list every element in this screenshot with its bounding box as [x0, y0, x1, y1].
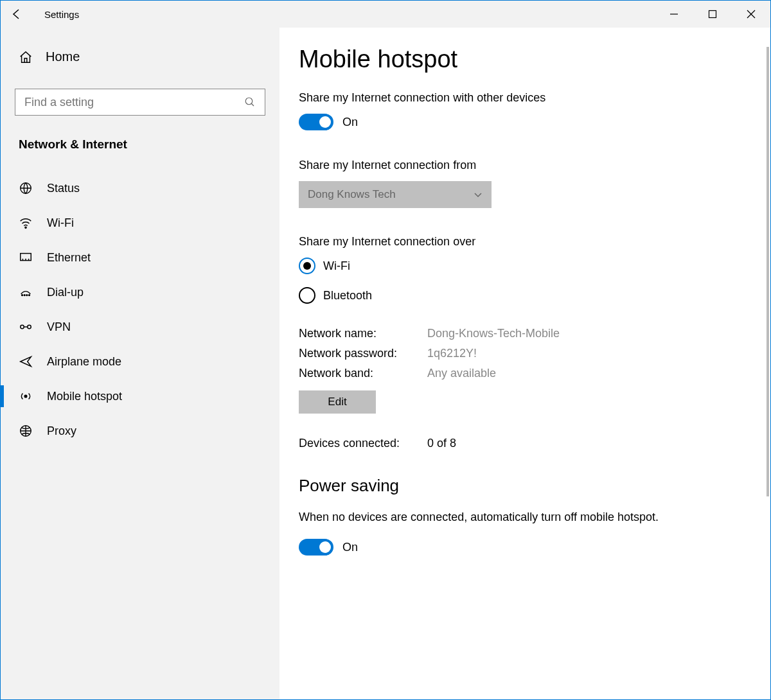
sidebar-item-label: Ethernet	[47, 251, 91, 265]
wifi-icon	[19, 216, 33, 230]
maximize-button[interactable]	[693, 1, 732, 28]
sidebar-item-vpn[interactable]: VPN	[15, 310, 265, 344]
network-name-label: Network name:	[299, 327, 427, 340]
devices-connected-label: Devices connected:	[299, 437, 427, 450]
svg-point-15	[29, 295, 30, 296]
proxy-icon	[19, 424, 33, 438]
power-saving-heading: Power saving	[299, 476, 745, 496]
svg-point-7	[25, 227, 26, 228]
radio-wifi-control[interactable]	[299, 258, 315, 274]
sidebar-item-label: Status	[47, 182, 80, 195]
arrow-left-icon	[10, 8, 23, 21]
main-content: Mobile hotspot Share my Internet connect…	[279, 28, 770, 699]
maximize-icon	[708, 10, 717, 19]
svg-rect-1	[709, 11, 716, 18]
over-label: Share my Internet connection over	[299, 235, 745, 249]
search-box[interactable]	[15, 89, 265, 116]
svg-point-19	[24, 395, 27, 398]
close-icon	[747, 10, 756, 19]
sidebar-item-ethernet[interactable]: Ethernet	[15, 240, 265, 275]
svg-point-4	[245, 98, 253, 105]
radio-bluetooth-label: Bluetooth	[323, 289, 372, 302]
sidebar-item-label: Dial-up	[47, 286, 84, 299]
from-dropdown[interactable]: Dong Knows Tech	[299, 181, 492, 208]
power-saving-text: When no devices are connected, automatic…	[299, 509, 684, 526]
minimize-icon	[669, 10, 678, 19]
dialup-icon	[19, 285, 33, 299]
page-title: Mobile hotspot	[299, 46, 745, 73]
sidebar-home[interactable]: Home	[15, 49, 265, 64]
home-icon	[19, 50, 33, 64]
window-controls	[655, 1, 770, 28]
power-saving-toggle-state: On	[342, 541, 358, 554]
network-name-value: Dong-Knows-Tech-Mobile	[427, 327, 560, 340]
svg-point-17	[28, 325, 31, 329]
home-label: Home	[46, 49, 80, 64]
svg-point-14	[26, 295, 28, 296]
scrollbar[interactable]	[767, 47, 769, 496]
from-dropdown-value: Dong Knows Tech	[308, 188, 474, 201]
ethernet-icon	[19, 250, 33, 265]
share-toggle-state: On	[342, 116, 358, 129]
devices-connected-value: 0 of 8	[427, 437, 456, 450]
sidebar-item-proxy[interactable]: Proxy	[15, 414, 265, 448]
sidebar-item-hotspot[interactable]: Mobile hotspot	[15, 379, 265, 414]
share-label: Share my Internet connection with other …	[299, 91, 745, 105]
window-title: Settings	[44, 9, 79, 20]
sidebar-item-dialup[interactable]: Dial-up	[15, 275, 265, 310]
airplane-icon	[19, 354, 33, 369]
network-band-label: Network band:	[299, 367, 427, 380]
close-button[interactable]	[732, 1, 770, 28]
network-password-label: Network password:	[299, 347, 427, 360]
svg-point-12	[22, 295, 23, 296]
titlebar: Settings	[1, 1, 770, 28]
svg-point-16	[21, 325, 24, 329]
search-icon	[244, 96, 256, 108]
radio-bluetooth[interactable]: Bluetooth	[299, 287, 745, 304]
sidebar-item-label: VPN	[47, 320, 71, 334]
sidebar-item-label: Mobile hotspot	[47, 390, 122, 403]
back-button[interactable]	[1, 1, 33, 28]
share-toggle[interactable]	[299, 114, 333, 130]
sidebar-item-label: Airplane mode	[47, 355, 121, 369]
sidebar-section-header: Network & Internet	[15, 137, 265, 152]
svg-line-5	[251, 103, 254, 106]
edit-button[interactable]: Edit	[299, 390, 376, 414]
minimize-button[interactable]	[655, 1, 693, 28]
vpn-icon	[19, 320, 33, 334]
search-input[interactable]	[24, 96, 244, 109]
sidebar-item-wifi[interactable]: Wi-Fi	[15, 206, 265, 240]
network-password-value: 1q6212Y!	[427, 347, 477, 360]
radio-bluetooth-control[interactable]	[299, 287, 315, 304]
from-label: Share my Internet connection from	[299, 159, 745, 172]
sidebar-item-airplane[interactable]: Airplane mode	[15, 344, 265, 379]
sidebar: Home Network & Internet Status Wi-Fi Eth…	[1, 28, 279, 699]
chevron-down-icon	[474, 190, 483, 199]
radio-wifi[interactable]: Wi-Fi	[299, 258, 745, 274]
sidebar-item-label: Wi-Fi	[47, 216, 74, 230]
hotspot-icon	[19, 389, 33, 403]
power-saving-toggle[interactable]	[299, 539, 333, 556]
globe-icon	[19, 181, 33, 195]
network-band-value: Any available	[427, 367, 496, 380]
radio-wifi-label: Wi-Fi	[323, 259, 350, 273]
sidebar-item-status[interactable]: Status	[15, 171, 265, 206]
svg-point-13	[24, 295, 25, 296]
sidebar-item-label: Proxy	[47, 424, 76, 438]
